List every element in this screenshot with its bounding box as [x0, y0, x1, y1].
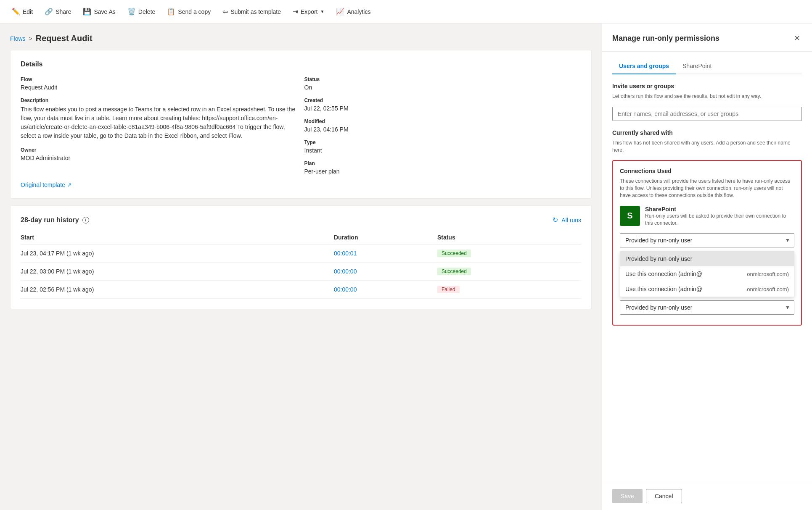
details-grid: Flow Request Audit Description This flow… [21, 76, 581, 175]
created-label: Created [304, 97, 582, 103]
owner-value: MOD Administrator [21, 155, 298, 161]
shared-with-desc: This flow has not been shared with any u… [612, 139, 802, 154]
description-label: Description [21, 97, 298, 103]
toolbar: ✏️ Edit 🔗 Share 💾 Save As 🗑️ Delete 📋 Se… [0, 0, 812, 24]
external-link-icon: ↗ [67, 181, 72, 188]
col-duration: Duration [334, 231, 437, 244]
refresh-icon[interactable]: ↻ [553, 216, 558, 224]
right-panel: Manage run-only permissions ✕ Users and … [602, 24, 812, 510]
original-template-link[interactable]: Original template ↗ [21, 181, 72, 188]
export-icon: ⇥ [293, 8, 298, 16]
created-value: Jul 22, 02:55 PM [304, 105, 582, 112]
analytics-button[interactable]: 📈 Analytics [331, 4, 376, 19]
dropdown-item-connection2[interactable]: Use this connection (admin@ .onmicrosoft… [620, 281, 794, 297]
send-copy-icon: 📋 [167, 8, 175, 16]
all-runs-link[interactable]: All runs [561, 217, 581, 223]
left-panel: Flows > Request Audit Details Flow Reque… [0, 24, 602, 510]
breadcrumb-flows-link[interactable]: Flows [10, 35, 26, 42]
run-history-header: 28-day run history i ↻ All runs [21, 216, 581, 224]
details-right-col: Status On Created Jul 22, 02:55 PM Modif… [304, 76, 582, 175]
dropdown-item-connection1[interactable]: Use this connection (admin@ onmicrosoft.… [620, 266, 794, 281]
connector-name: SharePoint [645, 206, 794, 213]
connection-select[interactable]: Provided by run-only user Use this conne… [620, 233, 794, 247]
submit-template-button[interactable]: ⇦ Submit as template [217, 4, 286, 19]
run-status: Succeeded [437, 263, 581, 281]
col-start: Start [21, 231, 334, 244]
panel-header: Manage run-only permissions ✕ [602, 24, 812, 52]
save-as-button[interactable]: 💾 Save As [78, 4, 120, 19]
breadcrumb: Flows > Request Audit [10, 34, 592, 43]
created-group: Created Jul 22, 02:55 PM [304, 97, 582, 112]
status-badge: Succeeded [437, 268, 471, 275]
edit-icon: ✏️ [12, 8, 20, 16]
tab-users-groups[interactable]: Users and groups [612, 58, 676, 74]
plan-label: Plan [304, 160, 582, 166]
dropdown-menu: Provided by run-only user Use this conne… [620, 251, 794, 297]
status-label: Status [304, 76, 582, 82]
connection-select-wrapper: Provided by run-only user Use this conne… [620, 233, 794, 247]
connector-item: S SharePoint Run-only users will be aske… [620, 206, 794, 227]
invite-section-desc: Let others run this flow and see the res… [612, 93, 802, 100]
plan-group: Plan Per-user plan [304, 160, 582, 175]
description-value: This flow enables you to post a message … [21, 105, 298, 140]
analytics-icon: 📈 [336, 8, 344, 16]
info-icon: i [82, 217, 89, 223]
dropdown-item-provided[interactable]: Provided by run-only user [620, 251, 794, 266]
share-icon: 🔗 [45, 8, 53, 16]
send-copy-button[interactable]: 📋 Send a copy [162, 4, 216, 19]
share-button[interactable]: 🔗 Share [40, 4, 76, 19]
run-history-card: 28-day run history i ↻ All runs Start Du… [10, 205, 592, 309]
connection-select2-wrapper: Provided by run-only user ▼ [620, 300, 794, 315]
breadcrumb-separator: > [29, 35, 32, 42]
owner-label: Owner [21, 147, 298, 153]
run-start: Jul 23, 04:17 PM (1 wk ago) [21, 244, 334, 263]
table-row: Jul 22, 03:00 PM (1 wk ago) 00:00:00 Suc… [21, 263, 581, 281]
submit-template-icon: ⇦ [222, 8, 228, 16]
type-label: Type [304, 139, 582, 145]
connections-title: Connections Used [620, 168, 794, 174]
plan-value: Per-user plan [304, 168, 582, 175]
delete-icon: 🗑️ [127, 8, 136, 16]
panel-body: Users and groups SharePoint Invite users… [602, 52, 812, 482]
modified-value: Jul 23, 04:16 PM [304, 126, 582, 133]
connection-select2[interactable]: Provided by run-only user [620, 300, 794, 315]
flow-label: Flow [21, 76, 298, 82]
run-start: Jul 22, 03:00 PM (1 wk ago) [21, 263, 334, 281]
modified-group: Modified Jul 23, 04:16 PM [304, 118, 582, 133]
run-duration: 00:00:00 [334, 281, 437, 299]
connector-desc: Run-only users will be asked to provide … [645, 213, 794, 227]
edit-button[interactable]: ✏️ Edit [7, 4, 38, 19]
owner-group: Owner MOD Administrator [21, 147, 298, 161]
save-button: Save [612, 489, 643, 503]
table-row: Jul 23, 04:17 PM (1 wk ago) 00:00:01 Suc… [21, 244, 581, 263]
shared-with-title: Currently shared with [612, 129, 802, 136]
panel-title: Manage run-only permissions [612, 34, 719, 43]
details-card: Details Flow Request Audit Description T… [10, 50, 592, 199]
cancel-button[interactable]: Cancel [646, 489, 682, 503]
flow-group: Flow Request Audit [21, 76, 298, 91]
connections-box: Connections Used These connections will … [612, 160, 802, 326]
invite-input[interactable] [612, 107, 802, 121]
run-start: Jul 22, 02:56 PM (1 wk ago) [21, 281, 334, 299]
connections-desc: These connections will provide the users… [620, 178, 794, 199]
run-status: Succeeded [437, 244, 581, 263]
status-badge: Succeeded [437, 250, 471, 257]
modified-label: Modified [304, 118, 582, 124]
details-card-title: Details [21, 60, 581, 68]
connector-info: SharePoint Run-only users will be asked … [645, 206, 794, 227]
flow-value: Request Audit [21, 84, 298, 91]
main-area: Flows > Request Audit Details Flow Reque… [0, 24, 812, 510]
connector-icon: S [620, 206, 640, 226]
tab-sharepoint[interactable]: SharePoint [676, 58, 718, 74]
col-status: Status [437, 231, 581, 244]
tabs: Users and groups SharePoint [612, 58, 802, 74]
close-button[interactable]: ✕ [792, 32, 802, 45]
breadcrumb-current: Request Audit [36, 34, 93, 43]
type-group: Type Instant [304, 139, 582, 154]
invite-section-title: Invite users or groups [612, 83, 802, 89]
run-status: Failed [437, 281, 581, 299]
export-button[interactable]: ⇥ Export ▼ [288, 4, 329, 19]
status-badge: Failed [437, 286, 460, 293]
delete-button[interactable]: 🗑️ Delete [122, 4, 160, 19]
panel-footer: Save Cancel [602, 482, 812, 510]
